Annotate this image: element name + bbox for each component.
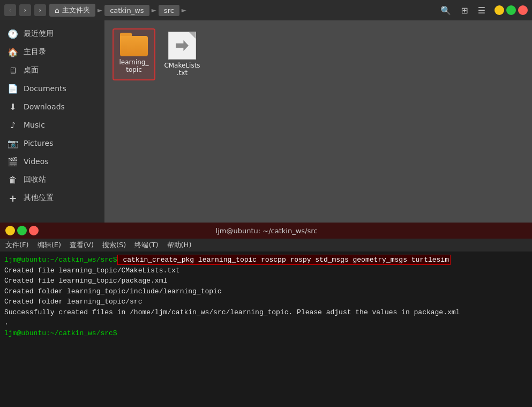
- terminal-titlebar: ljm@ubuntu: ~/catkin_ws/src: [0, 223, 532, 239]
- term-prompt-0: ljm@ubuntu:~/catkin_ws/src$: [4, 256, 117, 264]
- sidebar-item-downloads[interactable]: ⬇ Downloads: [0, 98, 104, 116]
- desktop-icon: 🖥: [8, 65, 18, 76]
- sidebar-label-pictures: Pictures: [24, 139, 53, 147]
- breadcrumb-home[interactable]: 主文件夹: [49, 4, 95, 17]
- menu-terminal[interactable]: 终端(T): [134, 240, 158, 250]
- file-label-learning-topic: learning_topic: [119, 58, 149, 74]
- menu-help[interactable]: 帮助(H): [167, 240, 192, 250]
- sidebar-item-desktop[interactable]: 🖥 桌面: [0, 61, 104, 79]
- term-line-4: Created folder learning_topic/src: [4, 297, 528, 307]
- term-prompt-final: ljm@ubuntu:~/catkin_ws/src$: [4, 329, 117, 337]
- breadcrumb-src-label: src: [164, 6, 174, 14]
- menu-view[interactable]: 查看(V): [70, 240, 94, 250]
- cmake-file-icon: [168, 32, 196, 60]
- folder-icon: [120, 33, 148, 56]
- nav-back-button[interactable]: ‹: [4, 4, 16, 16]
- nav-forward-button[interactable]: ›: [19, 4, 31, 16]
- term-line-0: ljm@ubuntu:~/catkin_ws/src$ catkin_creat…: [4, 255, 528, 265]
- terminal-maximize-button[interactable]: [17, 226, 27, 235]
- fm-toolbar-right: 🔍 ⊞ ☰: [438, 4, 528, 17]
- home-icon: 🏠: [8, 47, 18, 57]
- term-line-7: ljm@ubuntu:~/catkin_ws/src$: [4, 328, 528, 339]
- term-command-0: catkin_create_pkg learning_topic roscpp …: [117, 255, 451, 265]
- menu-file[interactable]: 文件(F): [5, 240, 29, 250]
- terminal-window-controls: [5, 226, 39, 235]
- breadcrumb-home-label: 主文件夹: [62, 5, 90, 15]
- videos-icon: 🎬: [8, 156, 18, 167]
- sidebar-item-home[interactable]: 🏠 主目录: [0, 43, 104, 61]
- term-line-3: Created folder learning_topic/include/le…: [4, 286, 528, 297]
- terminal-menubar: 文件(F) 编辑(E) 查看(V) 搜索(S) 终端(T) 帮助(H): [0, 239, 532, 251]
- sidebar-label-videos: Videos: [24, 157, 49, 166]
- term-line-1: Created file learning_topic/CMakeLists.t…: [4, 265, 528, 276]
- menu-edit[interactable]: 编辑(E): [38, 240, 61, 250]
- sidebar-label-desktop: 桌面: [24, 65, 39, 75]
- pictures-icon: 📷: [8, 138, 18, 149]
- sidebar-label-downloads: Downloads: [24, 102, 65, 111]
- menu-button[interactable]: ☰: [475, 4, 488, 17]
- sidebar-item-recent[interactable]: 🕐 最近使用: [0, 25, 104, 43]
- downloads-icon: ⬇: [8, 101, 18, 112]
- view-toggle-button[interactable]: ⊞: [458, 4, 470, 17]
- sidebar-label-documents: Documents: [24, 84, 66, 93]
- sidebar-item-pictures[interactable]: 📷 Pictures: [0, 134, 104, 152]
- fm-titlebar: ‹ › › 主文件夹 ► catkin_ws ► src ► 🔍 ⊞ ☰: [0, 0, 532, 20]
- breadcrumb-src[interactable]: src: [159, 5, 179, 16]
- file-item-cmakelists[interactable]: CMakeLists.txt: [161, 28, 204, 80]
- terminal-close-button[interactable]: [29, 226, 39, 235]
- fm-content: 🕐 最近使用 🏠 主目录 🖥 桌面 📄 Documents ⬇ Download…: [0, 20, 532, 223]
- file-item-learning-topic[interactable]: learning_topic: [113, 28, 155, 80]
- maximize-button[interactable]: [506, 5, 516, 15]
- sidebar-label-music: Music: [24, 121, 45, 129]
- search-button[interactable]: 🔍: [438, 4, 454, 17]
- recent-icon: 🕐: [8, 28, 18, 39]
- breadcrumb-sep-1: ►: [98, 6, 102, 14]
- sidebar-item-videos[interactable]: 🎬 Videos: [0, 152, 104, 171]
- documents-icon: 📄: [8, 83, 18, 94]
- sidebar-item-music[interactable]: ♪ Music: [0, 116, 104, 134]
- add-icon: +: [8, 193, 18, 203]
- breadcrumb-catkin-label: catkin_ws: [110, 6, 144, 14]
- breadcrumb: 主文件夹 ► catkin_ws ► src ►: [49, 4, 434, 17]
- terminal: ljm@ubuntu: ~/catkin_ws/src 文件(F) 编辑(E) …: [0, 223, 532, 407]
- terminal-body[interactable]: ljm@ubuntu:~/catkin_ws/src$ catkin_creat…: [0, 251, 532, 407]
- sidebar-label-recent: 最近使用: [24, 29, 54, 39]
- nav-up-button[interactable]: ›: [34, 4, 46, 16]
- minimize-button[interactable]: [494, 5, 504, 15]
- term-line-2: Created file learning_topic/package.xml: [4, 276, 528, 286]
- window-controls: [494, 5, 528, 15]
- music-icon: ♪: [8, 120, 18, 130]
- terminal-title: ljm@ubuntu: ~/catkin_ws/src: [39, 227, 494, 235]
- file-label-cmakelists: CMakeLists.txt: [164, 62, 200, 77]
- term-line-6: .: [4, 317, 528, 328]
- terminal-minimize-button[interactable]: [5, 226, 15, 235]
- close-button[interactable]: [518, 5, 528, 15]
- sidebar-label-trash: 回收站: [24, 175, 46, 184]
- sidebar-item-other[interactable]: + 其他位置: [0, 189, 104, 207]
- term-line-5: Successfully created files in /home/ljm/…: [4, 307, 528, 318]
- sidebar-item-documents[interactable]: 📄 Documents: [0, 79, 104, 98]
- sidebar-item-trash[interactable]: 🗑 回收站: [0, 171, 104, 189]
- sidebar-label-home: 主目录: [24, 47, 46, 57]
- sidebar-label-other: 其他位置: [24, 193, 54, 203]
- file-area: learning_topic CMakeLists.txt: [104, 20, 532, 223]
- trash-icon: 🗑: [8, 174, 18, 185]
- breadcrumb-catkin[interactable]: catkin_ws: [104, 5, 149, 16]
- breadcrumb-sep-3: ►: [182, 6, 186, 14]
- menu-search[interactable]: 搜索(S): [102, 240, 126, 250]
- sidebar: 🕐 最近使用 🏠 主目录 🖥 桌面 📄 Documents ⬇ Download…: [0, 20, 104, 223]
- breadcrumb-sep-2: ►: [152, 6, 156, 14]
- file-manager: ‹ › › 主文件夹 ► catkin_ws ► src ► 🔍 ⊞ ☰: [0, 0, 532, 223]
